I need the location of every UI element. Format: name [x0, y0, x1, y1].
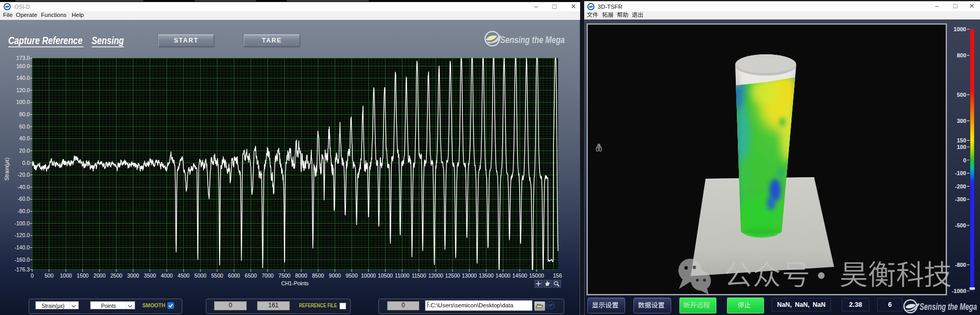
svg-text:500: 500 [957, 92, 966, 98]
svg-text:800: 800 [957, 52, 966, 58]
svg-text:-300: -300 [955, 196, 966, 202]
svg-text:300: 300 [957, 118, 966, 124]
svg-text:-800: -800 [955, 262, 966, 268]
svg-text:100: 100 [957, 144, 966, 150]
svg-text:0: 0 [963, 157, 966, 163]
svg-text:150: 150 [957, 137, 966, 143]
svg-text:-500: -500 [955, 222, 966, 228]
svg-text:-100: -100 [955, 170, 966, 176]
svg-text:-1000: -1000 [952, 288, 966, 294]
svg-text:1000: 1000 [954, 26, 966, 32]
svg-text:-200: -200 [955, 183, 966, 190]
